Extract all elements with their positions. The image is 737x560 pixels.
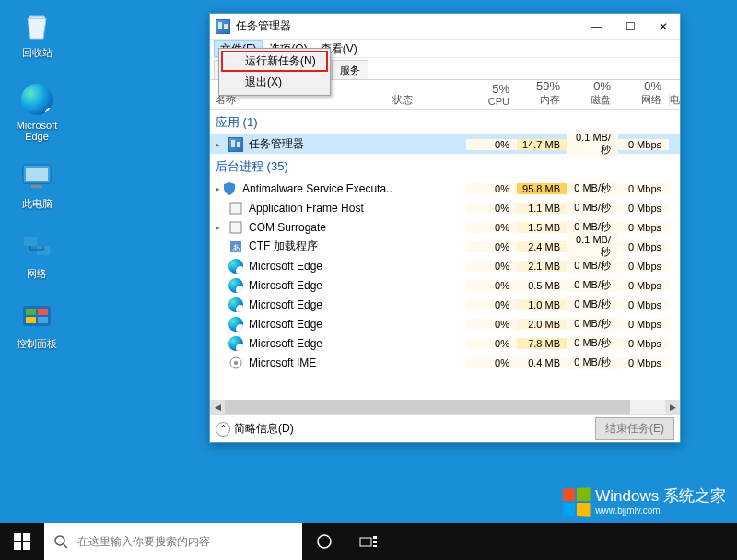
menu-run-new-task[interactable]: 运行新任务(N) <box>221 51 328 72</box>
svg-rect-23 <box>373 536 377 539</box>
process-row[interactable]: Microsoft IME0%0.4 MB0 MB/秒0 Mbps <box>210 353 680 372</box>
process-row[interactable]: ▸Antimalware Service Executa...0%95.8 MB… <box>210 179 680 198</box>
svg-rect-17 <box>23 533 30 541</box>
desktop-icon-edge[interactable]: Microsoft Edge <box>7 81 66 142</box>
desktop-icon-network[interactable]: 网络 <box>7 228 66 281</box>
process-row[interactable]: Microsoft Edge0%2.0 MB0 MB/秒0 Mbps <box>210 314 680 333</box>
menu-exit[interactable]: 退出(X) <box>221 72 328 93</box>
taskbar-search[interactable]: 在这里输入你要搜索的内容 <box>44 523 302 560</box>
process-disk: 0 MB/秒 <box>567 336 618 350</box>
col-disk[interactable]: 0% 磁盘 <box>567 79 618 107</box>
network-icon <box>18 228 55 265</box>
col-net[interactable]: 0% 网络 <box>618 79 669 107</box>
process-cpu: 0% <box>466 357 517 368</box>
svg-rect-11 <box>230 222 241 233</box>
col-extra[interactable]: 电 <box>669 93 680 107</box>
process-net: 0 Mbps <box>618 319 669 330</box>
process-row[interactable]: あCTF 加载程序0%2.4 MB0.1 MB/秒0 Mbps <box>210 237 680 256</box>
process-row[interactable]: ▸任务管理器0%14.7 MB0.1 MB/秒0 Mbps <box>210 134 680 154</box>
process-icon <box>228 137 243 152</box>
fewer-details-button[interactable]: ˄ 简略信息(D) <box>216 421 294 437</box>
process-net: 0 Mbps <box>618 222 669 233</box>
process-net: 0 Mbps <box>618 338 669 349</box>
titlebar[interactable]: 任务管理器 — ☐ ✕ <box>210 14 680 40</box>
process-icon <box>228 298 243 312</box>
process-icon <box>228 220 243 235</box>
process-row[interactable]: Application Frame Host0%1.1 MB0 MB/秒0 Mb… <box>210 198 680 217</box>
desktop-icon-control-panel[interactable]: 控制面板 <box>7 298 66 351</box>
process-icon <box>222 181 237 196</box>
svg-rect-2 <box>31 185 42 188</box>
cortana-icon <box>316 533 333 550</box>
desktop-icon-recycle-bin[interactable]: 回收站 <box>7 7 66 60</box>
svg-rect-8 <box>26 317 36 323</box>
process-disk: 0 MB/秒 <box>567 356 618 369</box>
process-cpu: 0% <box>466 319 517 330</box>
search-placeholder: 在这里输入你要搜索的内容 <box>77 534 210 550</box>
taskbar-cortana[interactable] <box>302 523 346 560</box>
scroll-left-icon[interactable]: ◀ <box>210 400 225 414</box>
process-net: 0 Mbps <box>618 299 669 310</box>
process-row[interactable]: Microsoft Edge0%7.8 MB0 MB/秒0 Mbps <box>210 333 680 353</box>
col-status[interactable]: 状态 <box>392 93 466 107</box>
maximize-button[interactable]: ☐ <box>614 14 647 40</box>
edge-icon <box>18 81 55 118</box>
process-disk: 0.1 MB/秒 <box>567 132 618 157</box>
desktop-icon-this-pc[interactable]: 此电脑 <box>7 158 66 211</box>
horizontal-scrollbar[interactable]: ◀ ▶ <box>210 400 680 414</box>
end-task-button[interactable]: 结束任务(E) <box>595 417 674 440</box>
process-name: Application Frame Host <box>249 202 364 215</box>
svg-rect-9 <box>38 317 48 323</box>
process-icon <box>228 317 243 332</box>
svg-rect-19 <box>23 542 30 550</box>
svg-text:あ: あ <box>232 243 240 252</box>
svg-rect-1 <box>26 168 48 181</box>
minimize-button[interactable]: — <box>580 14 614 40</box>
process-icon: あ <box>228 239 243 254</box>
expand-icon[interactable]: ▸ <box>216 140 227 149</box>
start-button[interactable] <box>0 523 44 560</box>
svg-rect-16 <box>14 533 21 541</box>
task-manager-icon <box>216 19 230 34</box>
process-net: 0 Mbps <box>618 261 669 272</box>
process-disk: 0 MB/秒 <box>567 278 618 292</box>
process-name: Microsoft Edge <box>249 337 322 350</box>
col-mem[interactable]: 59% 内存 <box>517 79 567 107</box>
svg-point-20 <box>55 536 64 545</box>
process-row[interactable]: Microsoft Edge0%1.0 MB0 MB/秒0 Mbps <box>210 295 680 314</box>
process-disk: 0 MB/秒 <box>567 201 618 215</box>
process-cpu: 0% <box>466 241 517 252</box>
process-mem: 95.8 MB <box>517 183 567 194</box>
svg-rect-18 <box>14 542 21 550</box>
process-mem: 14.7 MB <box>517 139 567 150</box>
svg-rect-22 <box>360 538 371 546</box>
process-mem: 1.5 MB <box>517 222 567 233</box>
taskbar-taskview[interactable] <box>346 523 391 560</box>
process-mem: 1.0 MB <box>517 299 567 310</box>
process-disk: 0 MB/秒 <box>567 220 618 234</box>
process-net: 0 Mbps <box>618 139 669 150</box>
tab-services[interactable]: 服务 <box>332 60 368 79</box>
scroll-right-icon[interactable]: ▶ <box>665 400 680 414</box>
process-cpu: 0% <box>466 299 517 310</box>
close-button[interactable]: ✕ <box>647 14 680 40</box>
process-row[interactable]: Microsoft Edge0%2.1 MB0 MB/秒0 Mbps <box>210 256 680 275</box>
process-mem: 1.1 MB <box>517 203 567 214</box>
process-mem: 2.4 MB <box>517 241 567 252</box>
scroll-track[interactable] <box>225 400 665 414</box>
process-disk: 0 MB/秒 <box>567 317 618 331</box>
svg-rect-7 <box>38 309 48 315</box>
process-mem: 7.8 MB <box>517 338 567 349</box>
windows-start-icon <box>14 533 30 550</box>
process-disk: 0.1 MB/秒 <box>567 234 618 259</box>
col-cpu[interactable]: 5% CPU <box>466 82 517 107</box>
task-view-icon <box>359 535 378 548</box>
expand-icon[interactable]: ▸ <box>216 223 227 232</box>
svg-rect-3 <box>24 237 37 246</box>
process-row[interactable]: Microsoft Edge0%0.5 MB0 MB/秒0 Mbps <box>210 275 680 295</box>
scroll-thumb[interactable] <box>225 400 630 414</box>
expand-icon[interactable]: ▸ <box>216 184 220 193</box>
process-cpu: 0% <box>466 280 517 291</box>
process-mem: 2.0 MB <box>517 319 567 330</box>
taskbar: 在这里输入你要搜索的内容 <box>0 523 737 560</box>
